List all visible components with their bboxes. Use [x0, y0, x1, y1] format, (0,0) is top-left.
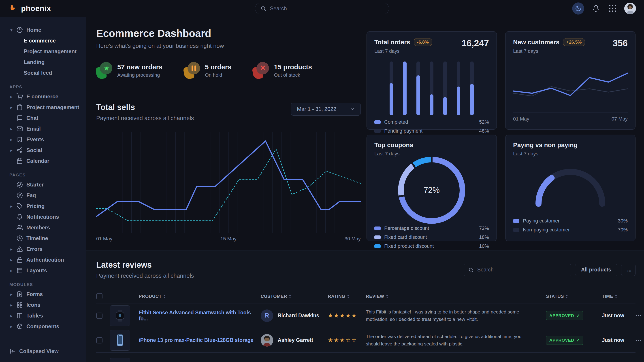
columns-icon [16, 313, 23, 319]
product-image[interactable] [110, 330, 130, 351]
notifications-button[interactable] [591, 5, 601, 12]
caret-right-icon: ▸ [10, 292, 14, 297]
sidebar-item-timeline[interactable]: Timeline [10, 233, 80, 244]
sidebar-item-pricing[interactable]: ▸ Pricing [10, 201, 80, 212]
legend-pending: Pending payment 48% [374, 127, 489, 135]
chat-icon [16, 115, 23, 121]
product-image[interactable] [110, 306, 130, 326]
sidebar-item-faq[interactable]: Faq [10, 190, 80, 201]
product-link[interactable]: iPhone 13 pro max-Pacific Blue-128GB sto… [139, 337, 261, 343]
total-sells-title: Total sells [96, 103, 194, 112]
sidebar-item-authentication[interactable]: ▸ Authentication [10, 255, 80, 265]
alert-triangle-icon [16, 246, 23, 252]
sidebar-subitem-social-feed[interactable]: Social feed [10, 67, 80, 78]
sidebar-item-icons[interactable]: ▸ Icons [10, 300, 80, 310]
review-text: The order was delivered ahead of schedul… [366, 333, 546, 348]
date-range-select[interactable]: Mar 1 - 31, 2022 [291, 103, 361, 116]
sidebar-item-starter[interactable]: Starter [10, 179, 80, 190]
sidebar-item-home[interactable]: ▾ Home [10, 24, 80, 35]
column-product[interactable]: PRODUCT [139, 294, 261, 299]
reviews-search-input[interactable] [477, 267, 566, 273]
column-rating[interactable]: RATING [328, 294, 366, 299]
new-orders-icon: ★ [96, 62, 112, 79]
card-title: New customers [513, 39, 560, 46]
column-time[interactable]: TIME [602, 294, 636, 299]
sidebar-item-members[interactable]: Members [10, 222, 80, 233]
sidebar-item-components[interactable]: ▸ Components [10, 321, 80, 332]
sidebar-item-events[interactable]: ▸ Events [10, 134, 80, 145]
row-more-button[interactable]: ⋯ [636, 312, 642, 319]
box-icon [16, 323, 23, 330]
sidebar-section-modules: MODULES [10, 282, 80, 287]
reviews-search[interactable] [464, 264, 571, 276]
legend-fixed-product-discount: Fixed product discount 10% [374, 242, 489, 251]
on-hold-icon [184, 62, 200, 79]
sidebar-subitem-project-management[interactable]: Project management [10, 46, 80, 57]
smartwatch-image [113, 309, 127, 323]
collapse-sidebar-button[interactable]: Collapsed View [0, 340, 86, 362]
all-products-button[interactable]: All products [575, 264, 617, 276]
sidebar-subitem-landing[interactable]: Landing [10, 57, 80, 67]
rating-stars: ★★★★★ [328, 312, 366, 319]
sidebar-item-chat[interactable]: Chat [10, 113, 80, 123]
row-checkbox[interactable] [96, 337, 102, 344]
sidebar-item-tables[interactable]: ▸ Tables [10, 310, 80, 321]
caret-right-icon: ▸ [10, 247, 14, 252]
customer-cell[interactable]: Ashley Garrett [261, 334, 328, 347]
rating-stars: ★★★☆☆ [328, 337, 366, 344]
total-sells-subtitle: Payment received across all channels [96, 115, 194, 122]
sort-icon [566, 295, 568, 298]
chevron-down-icon [350, 106, 355, 112]
shopping-cart-icon [16, 93, 23, 100]
caret-right-icon: ▸ [10, 324, 14, 329]
product-link[interactable]: Fitbit Sense Advanced Smartwatch with To… [139, 310, 261, 322]
column-review[interactable]: REVIEW [366, 294, 546, 299]
sidebar-subitem-ecommerce[interactable]: E commerce [10, 35, 80, 46]
sidebar-item-project-management-app[interactable]: ▸ Project management [10, 102, 80, 113]
sidebar-item-errors[interactable]: ▸ Errors [10, 244, 80, 255]
column-status[interactable]: STATUS [546, 294, 602, 299]
row-more-button[interactable]: ⋯ [636, 337, 642, 344]
sidebar-item-social[interactable]: ▸ Social [10, 145, 80, 156]
user-avatar[interactable] [624, 3, 636, 14]
clipboard-icon [16, 104, 23, 110]
new-customers-card: New customers +26.5% Last 7 days 356 01 … [505, 31, 636, 130]
apps-grid-button[interactable] [608, 4, 618, 12]
more-options-button[interactable]: ... [621, 264, 636, 276]
caret-right-icon: ▸ [10, 313, 14, 318]
clock-icon [16, 235, 23, 242]
collapse-icon [10, 348, 16, 355]
search-icon [260, 5, 266, 11]
sidebar-item-calendar[interactable]: Calendar [10, 156, 80, 166]
trend-badge: +26.5% [563, 38, 585, 46]
column-customer[interactable]: CUSTOMER [261, 294, 328, 299]
caret-right-icon: ▸ [10, 126, 14, 131]
layout-icon [16, 267, 23, 274]
select-all-checkbox[interactable] [96, 293, 102, 299]
main-content: Ecommerce Dashboard Here's what's going … [86, 17, 644, 362]
check-icon: ✓ [576, 313, 580, 318]
sidebar-item-ecommerce-app[interactable]: ▸ E commerce [10, 91, 80, 102]
share-icon [16, 147, 23, 153]
sort-icon [386, 295, 388, 298]
navbar-actions [572, 2, 636, 14]
sidebar-item-layouts[interactable]: ▸ Layouts [10, 265, 80, 276]
sidebar-item-notifications[interactable]: Notifications [10, 212, 80, 222]
quick-stats: ★ 57 new orders Awating processing 5 ord… [96, 62, 361, 79]
table-row-partial [96, 353, 636, 362]
avatar-image [261, 334, 273, 347]
donut-center-label: 72% [398, 157, 465, 224]
customer-cell[interactable]: R Richard Dawkins [261, 310, 328, 322]
global-search[interactable] [255, 3, 389, 14]
caret-right-icon: ▸ [10, 303, 14, 308]
calendar-icon [16, 158, 23, 164]
theme-toggle-button[interactable] [572, 2, 584, 14]
dashboard-cards: Total orders -6.8% Last 7 days 16,247 [366, 17, 636, 241]
orders-bar-chart [374, 54, 489, 118]
brand[interactable]: phoenix [9, 4, 86, 13]
search-input[interactable] [270, 5, 384, 12]
row-checkbox[interactable] [96, 313, 102, 319]
sidebar-item-forms[interactable]: ▸ Forms [10, 289, 80, 300]
sidebar-item-email[interactable]: ▸ Email [10, 123, 80, 134]
tag-icon [16, 203, 23, 209]
